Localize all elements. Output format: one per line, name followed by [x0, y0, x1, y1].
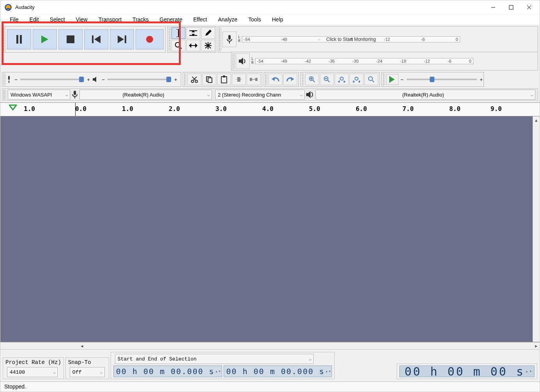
speaker-icon[interactable] — [236, 53, 250, 69]
menu-effect[interactable]: Effect — [188, 15, 213, 24]
zoom-in-button[interactable] — [305, 74, 319, 85]
menu-generate[interactable]: Generate — [154, 15, 188, 24]
horizontal-scrollbar[interactable]: ◂ ▸ — [0, 342, 540, 349]
toolbar-grip[interactable] — [219, 27, 221, 51]
menu-analyze[interactable]: Analyze — [213, 15, 243, 24]
fit-project-button[interactable] — [349, 74, 364, 85]
skip-end-button[interactable] — [110, 29, 134, 49]
track-area[interactable]: ▴ — [0, 116, 540, 342]
multi-tool-button[interactable] — [201, 40, 215, 51]
window-close-button[interactable] — [520, 1, 538, 14]
audio-position-time[interactable]: 00 h 00 m 00 s▴▾ — [399, 366, 535, 377]
window-minimize-button[interactable] — [484, 1, 502, 14]
playback-meter[interactable]: -54 -48 -42 -36 -30 -24 -18 -12 -6 0 — [255, 58, 473, 64]
svg-rect-44 — [223, 76, 225, 77]
zoom-toggle-button[interactable] — [364, 74, 378, 85]
selection-tool-button[interactable] — [171, 27, 185, 39]
project-rate-select[interactable]: 44100 — [7, 367, 58, 377]
recording-channels-select[interactable]: 2 (Stereo) Recording Chann — [215, 90, 305, 100]
vertical-scrollbar[interactable]: ▴ — [533, 116, 540, 342]
toolbar-dock: LR -54 -48 - 8 -12 -6 0 Click to Start M… — [0, 25, 540, 102]
skip-start-button[interactable] — [84, 29, 108, 49]
toolbar-grip[interactable] — [184, 73, 186, 86]
toolbar-grip[interactable] — [265, 73, 267, 86]
svg-marker-70 — [306, 91, 311, 98]
menu-file[interactable]: File — [4, 15, 24, 24]
menu-tools[interactable]: Tools — [243, 15, 266, 24]
scroll-up-icon[interactable]: ▴ — [533, 116, 540, 123]
playback-speed-slider[interactable] — [407, 79, 477, 80]
playback-volume-slider[interactable]: − + — [101, 75, 178, 84]
toolbar-grip[interactable] — [302, 73, 304, 86]
svg-rect-8 — [67, 35, 74, 43]
toolbar-grip[interactable] — [383, 73, 385, 86]
scroll-right-icon[interactable]: ▸ — [533, 343, 540, 349]
svg-point-59 — [340, 77, 343, 80]
svg-rect-47 — [250, 78, 252, 81]
svg-line-66 — [372, 80, 374, 82]
silence-button[interactable] — [247, 74, 261, 85]
menu-transport[interactable]: Transport — [93, 15, 127, 24]
audio-host-select[interactable]: Windows WASAPI — [8, 90, 70, 100]
undo-button[interactable] — [268, 74, 282, 85]
copy-button[interactable] — [202, 74, 216, 85]
zoom-tool-button[interactable] — [171, 40, 185, 51]
selection-times-group: Start and End of Selection 00 h 00 m 00.… — [111, 352, 335, 379]
menu-select[interactable]: Select — [44, 15, 71, 24]
menu-help[interactable]: Help — [266, 15, 289, 24]
envelope-tool-button[interactable] — [186, 27, 200, 39]
svg-marker-7 — [41, 35, 48, 43]
timeline-ruler[interactable]: 1.0 0.0 1.0 2.0 3.0 4.0 5.0 6.0 7.0 8.0 … — [0, 102, 540, 116]
toolbar-grip[interactable] — [3, 27, 5, 51]
mic-icon — [72, 91, 78, 98]
draw-tool-button[interactable] — [201, 27, 215, 39]
menu-edit[interactable]: Edit — [24, 15, 44, 24]
redo-button[interactable] — [283, 74, 297, 85]
recording-device-select[interactable]: (Realtek(R) Audio) — [79, 90, 212, 100]
mic-icon[interactable] — [222, 32, 236, 47]
svg-marker-36 — [93, 77, 96, 82]
recording-volume-slider[interactable]: − + — [13, 75, 91, 84]
timeshift-tool-button[interactable] — [186, 40, 200, 51]
play-at-speed-button[interactable] — [386, 74, 399, 85]
selection-start-time[interactable]: 00 h 00 m 00.000 s▴▾ — [113, 366, 222, 377]
recording-meter[interactable]: -54 -48 - 8 -12 -6 0 Click to Start Moni… — [242, 36, 460, 42]
undo-redo-toolbar — [264, 72, 299, 87]
svg-point-65 — [369, 77, 372, 81]
scroll-left-icon[interactable]: ◂ — [78, 343, 85, 349]
selection-end-time[interactable]: 00 h 00 m 00.000 s▴▾ — [224, 366, 332, 377]
mixer-toolbar: − + − + — [2, 72, 181, 87]
svg-marker-10 — [94, 35, 101, 43]
play-button[interactable] — [33, 29, 57, 49]
svg-rect-34 — [8, 76, 10, 80]
svg-point-62 — [355, 77, 358, 80]
playhead-icon[interactable] — [9, 104, 17, 112]
status-bar: Stopped. — [0, 381, 540, 392]
toolbar-grip[interactable] — [3, 73, 5, 86]
svg-marker-60 — [338, 80, 340, 83]
stop-button[interactable] — [58, 29, 83, 49]
menu-tracks[interactable]: Tracks — [127, 15, 154, 24]
zoom-out-button[interactable] — [320, 74, 334, 85]
menu-view[interactable]: View — [71, 15, 93, 24]
paste-button[interactable] — [217, 74, 231, 85]
window-maximize-button[interactable] — [502, 1, 520, 14]
svg-rect-5 — [16, 35, 18, 44]
audio-position-group: 00 h 00 m 00 s▴▾ — [397, 364, 537, 379]
toolbar-grip[interactable] — [3, 90, 5, 100]
selection-mode-select[interactable]: Start and End of Selection — [115, 354, 314, 364]
toolbar-grip[interactable] — [232, 53, 235, 69]
menu-bar: File Edit Select View Transport Tracks G… — [0, 14, 540, 25]
snap-to-select[interactable]: Off — [70, 367, 105, 377]
fit-selection-button[interactable] — [335, 74, 349, 85]
svg-rect-68 — [74, 91, 76, 95]
toolbar-grip[interactable] — [168, 27, 171, 51]
cut-button[interactable] — [187, 74, 201, 85]
svg-line-57 — [328, 80, 330, 82]
playback-device-select[interactable]: (Realtek(R) Audio) — [316, 90, 535, 100]
svg-line-53 — [313, 80, 315, 82]
svg-marker-11 — [118, 35, 124, 43]
trim-button[interactable] — [232, 74, 246, 85]
pause-button[interactable] — [7, 29, 31, 49]
record-button[interactable] — [136, 29, 164, 49]
